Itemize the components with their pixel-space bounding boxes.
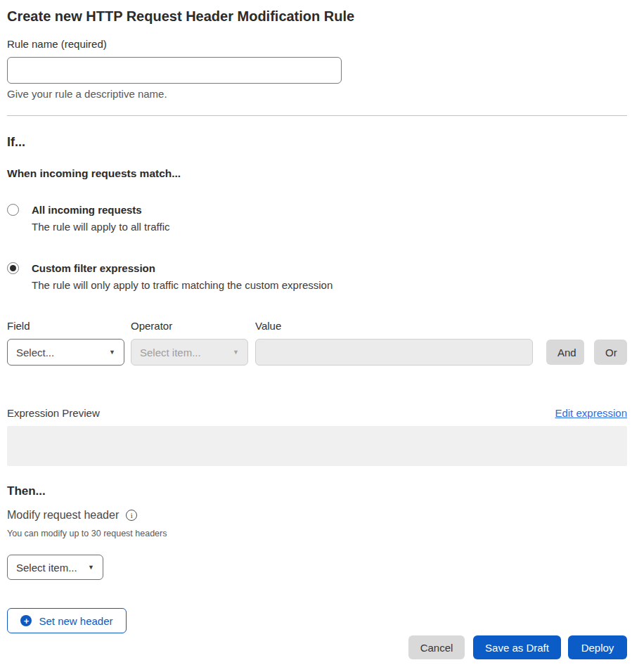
if-heading: If... — [7, 135, 627, 149]
radio-label[interactable]: All incoming requests — [32, 204, 169, 216]
radio-texts: All incoming requests The rule will appl… — [32, 204, 169, 233]
andor-group: And Or — [546, 340, 627, 365]
radio-label[interactable]: Custom filter expression — [32, 262, 333, 274]
field-select-value: Select... — [16, 347, 54, 358]
rule-name-input[interactable] — [7, 57, 342, 84]
header-action-select-value: Select item... — [16, 562, 77, 574]
modify-header-helper: You can modify up to 30 request headers — [7, 529, 627, 538]
expression-preview-box — [7, 426, 627, 466]
deploy-button[interactable]: Deploy — [568, 635, 627, 659]
modify-header-label: Modify request header — [7, 509, 119, 522]
field-select[interactable]: Select... ▼ — [7, 339, 124, 366]
save-as-draft-button[interactable]: Save as Draft — [473, 635, 561, 659]
set-new-header-button[interactable]: + Set new header — [7, 608, 127, 633]
create-rule-page: Create new HTTP Request Header Modificat… — [0, 7, 632, 659]
set-new-header-label: Set new header — [39, 615, 112, 627]
radio-option-all-requests[interactable]: All incoming requests The rule will appl… — [7, 204, 627, 233]
operator-label: Operator — [131, 321, 255, 332]
info-icon[interactable]: i — [126, 510, 137, 521]
operator-select[interactable]: Select item... ▼ — [131, 339, 248, 366]
chevron-down-icon: ▼ — [109, 349, 115, 356]
plus-icon: + — [20, 615, 32, 626]
page-title: Create new HTTP Request Header Modificat… — [7, 7, 627, 25]
match-subheading: When incoming requests match... — [7, 167, 627, 179]
header-action-select[interactable]: Select item... ▼ — [7, 555, 103, 580]
radio-option-custom-filter[interactable]: Custom filter expression The rule will o… — [7, 262, 627, 291]
chevron-down-icon: ▼ — [233, 349, 239, 356]
radio-description: The rule will apply to all traffic — [32, 221, 169, 233]
expression-builder-row: Select... ▼ Select item... ▼ And Or — [7, 339, 627, 366]
radio-description: The rule will only apply to traffic matc… — [32, 279, 333, 291]
expression-preview-label: Expression Preview — [7, 407, 100, 420]
radio-texts: Custom filter expression The rule will o… — [32, 262, 333, 291]
operator-select-value: Select item... — [140, 347, 201, 358]
and-button[interactable]: And — [546, 340, 584, 365]
or-button[interactable]: Or — [594, 340, 627, 365]
rule-name-label: Rule name (required) — [7, 39, 627, 50]
edit-expression-link[interactable]: Edit expression — [555, 407, 627, 420]
rule-name-helper: Give your rule a descriptive name. — [7, 89, 627, 99]
expression-preview-row: Expression Preview Edit expression — [7, 407, 627, 420]
chevron-down-icon: ▼ — [88, 564, 94, 571]
footer-actions: Cancel Save as Draft Deploy — [7, 635, 627, 659]
modify-header-row: Modify request header i — [7, 509, 627, 522]
field-label: Field — [7, 321, 131, 332]
section-divider — [7, 115, 627, 116]
radio-button[interactable] — [7, 204, 19, 216]
builder-labels: Field Operator Value — [7, 321, 627, 332]
cancel-button[interactable]: Cancel — [408, 635, 465, 659]
value-label: Value — [255, 321, 281, 332]
then-heading: Then... — [7, 484, 627, 498]
value-input[interactable] — [255, 339, 533, 366]
radio-button[interactable] — [7, 262, 19, 274]
